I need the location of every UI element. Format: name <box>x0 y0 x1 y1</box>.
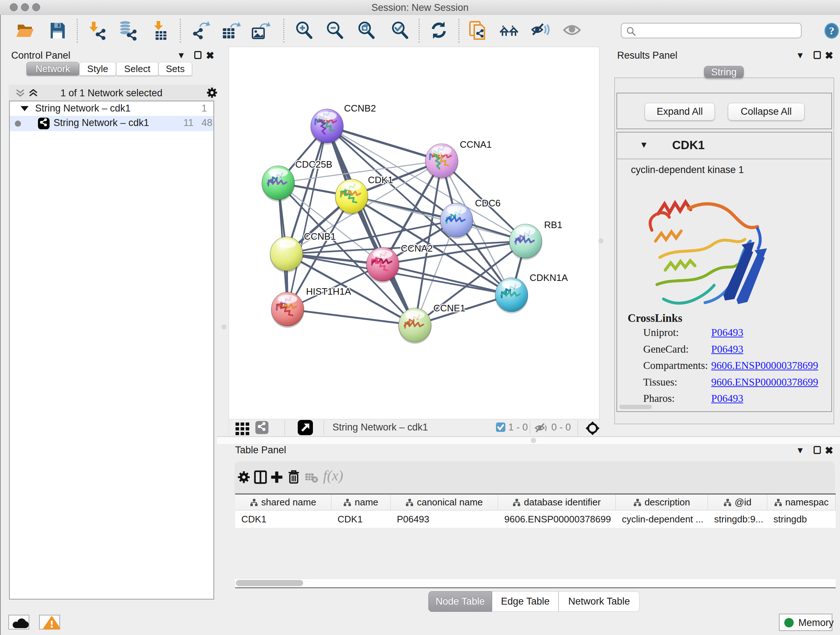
table-settings-gear-icon[interactable] <box>237 470 250 484</box>
column-header-name[interactable]: name <box>332 494 391 510</box>
left-splitter-handle[interactable] <box>221 325 226 329</box>
gene-collapse-icon[interactable]: ▼ <box>639 140 648 150</box>
crosslink-value[interactable]: P06493 <box>711 393 744 404</box>
refresh-icon[interactable] <box>429 20 449 41</box>
toolbar-separator <box>283 19 284 43</box>
export-network-icon[interactable] <box>191 20 212 41</box>
table-panel-maximize-icon[interactable] <box>813 446 821 454</box>
selected-nodes-checkbox[interactable] <box>496 423 505 432</box>
network-selection-status: 1 of 1 Network selected <box>9 88 214 99</box>
node-label-cdkn1a: CDKN1A <box>530 272 568 283</box>
column-header-database-identifier[interactable]: database identifier <box>498 494 616 510</box>
table-hscrollbar-thumb[interactable] <box>236 580 303 586</box>
network-row-selected[interactable]: String Network – cdk1 11 48 <box>10 116 213 131</box>
crosslink-value[interactable]: 9606.ENSP00000378699 <box>711 376 818 388</box>
search-box[interactable] <box>621 23 802 38</box>
tab-string[interactable]: String <box>704 66 744 78</box>
column-header-shared-name[interactable]: shared name <box>235 494 332 510</box>
open-in-window-icon[interactable] <box>298 420 313 435</box>
horizontal-splitter-handle[interactable] <box>531 438 536 443</box>
tab-sets[interactable]: Sets <box>158 62 192 76</box>
results-panel-float-icon[interactable]: ▼ <box>796 50 805 60</box>
memory-status-button[interactable]: Memory <box>779 614 832 631</box>
collapse-all-button[interactable]: Collapse All <box>728 103 805 120</box>
crosslink-value[interactable]: P06493 <box>711 343 744 355</box>
show-eye-icon <box>562 20 583 41</box>
network-edge[interactable] <box>287 309 415 325</box>
control-panel-maximize-icon[interactable] <box>194 51 202 59</box>
network-node-cdkn1a[interactable]: CDKN1A <box>495 272 568 314</box>
results-panel-close-icon[interactable]: ✖ <box>825 50 833 62</box>
delete-column-icon[interactable] <box>287 470 300 484</box>
zoom-selected-icon[interactable] <box>390 20 410 41</box>
tab-network[interactable]: Network <box>27 62 79 76</box>
tab-select[interactable]: Select <box>116 62 158 76</box>
gene-card-header[interactable]: ▼ CDK1 <box>617 133 831 159</box>
collection-expand-icon[interactable] <box>20 105 29 112</box>
network-view-icon[interactable] <box>256 421 268 434</box>
column-header-canonical-name[interactable]: canonical name <box>391 494 498 510</box>
crosslink-value[interactable]: 9606.ENSP00000378699 <box>711 359 818 371</box>
network-canvas[interactable]: CCNB2CCNA1CDC25BCDK1CDC6RB1CCNB1CCNA2CDK… <box>229 47 600 419</box>
network-node-ccna1[interactable]: CCNA1 <box>425 139 492 180</box>
network-collection-row[interactable]: String Network – cdk1 1 <box>10 101 213 116</box>
column-sort-icon <box>513 499 521 507</box>
network-edge[interactable] <box>327 126 442 161</box>
import-table-icon[interactable] <box>150 20 171 41</box>
zoom-in-icon[interactable] <box>294 20 314 41</box>
show-columns-icon[interactable] <box>254 470 267 484</box>
tab-network-table[interactable]: Network Table <box>559 591 639 612</box>
table-row[interactable]: CDK1CDK1P064939606.ENSP00000378699cyclin… <box>235 510 836 528</box>
crosslink-value[interactable]: P06493 <box>711 326 744 339</box>
horizontal-splitter[interactable] <box>217 436 840 445</box>
network-selection-bar: 1 of 1 Network selected <box>9 85 214 101</box>
control-panel-close-icon[interactable]: ✖ <box>206 50 214 62</box>
birds-eye-view-icon[interactable] <box>585 421 600 436</box>
hidden-counter: 0 - 0 <box>551 422 571 433</box>
column-header-namespac[interactable]: namespac <box>767 494 836 510</box>
column-header-description[interactable]: description <box>616 494 708 510</box>
cloud-icon <box>11 616 31 630</box>
gene-result-card: ▼ CDK1 cyclin-dependent kinase 1 <box>616 132 832 412</box>
gene-card-scrollbar[interactable] <box>619 405 652 409</box>
tab-style[interactable]: Style <box>79 62 116 76</box>
network-node-rb1[interactable]: RB1 <box>509 219 562 260</box>
save-session-icon[interactable] <box>47 20 68 41</box>
results-panel-maximize-icon[interactable] <box>813 51 821 59</box>
zoom-out-icon[interactable] <box>325 20 345 41</box>
table-cell: cyclin-dependent ... <box>616 510 708 528</box>
network-options-gear-icon[interactable] <box>206 87 218 98</box>
table-body: CDK1CDK1P064939606.ENSP00000378699cyclin… <box>235 510 836 528</box>
import-network-icon[interactable] <box>87 20 107 41</box>
right-splitter-handle[interactable] <box>598 238 603 243</box>
statusbar-divider <box>324 420 324 435</box>
column-header--id[interactable]: @id <box>708 494 767 510</box>
open-session-icon[interactable] <box>15 20 35 41</box>
hidden-items-eye-icon <box>535 423 548 433</box>
cloud-status-button[interactable] <box>8 615 29 630</box>
help-icon[interactable]: ? <box>824 22 839 39</box>
tab-edge-table[interactable]: Edge Table <box>492 591 559 612</box>
export-image-icon[interactable] <box>251 20 271 41</box>
table-hscrollbar-track[interactable] <box>235 578 836 587</box>
grid-view-icon[interactable] <box>235 422 251 436</box>
zoom-fit-icon[interactable] <box>356 20 376 41</box>
copy-network-icon[interactable] <box>468 20 488 41</box>
add-column-icon[interactable] <box>270 470 284 484</box>
network-edge[interactable] <box>287 126 327 309</box>
tab-node-table[interactable]: Node Table <box>428 591 492 612</box>
node-label-ccnb2: CCNB2 <box>344 103 376 114</box>
table-panel-close-icon[interactable]: ✖ <box>825 445 833 456</box>
home-networks-icon[interactable] <box>499 20 519 41</box>
crosslink-row: Uniprot:P06493 <box>617 326 820 341</box>
expand-all-button[interactable]: Expand All <box>645 103 715 120</box>
network-node-hist1h1a[interactable]: HIST1H1A <box>271 286 351 328</box>
table-panel-float-icon[interactable]: ▼ <box>796 445 805 455</box>
import-database-icon[interactable] <box>117 20 137 41</box>
control-panel-float-icon[interactable]: ▼ <box>177 50 186 60</box>
warning-status-button[interactable] <box>39 615 60 630</box>
hide-unhide-icon[interactable] <box>531 20 551 41</box>
search-input[interactable] <box>638 24 797 37</box>
collection-count: 1 <box>202 103 207 114</box>
export-table-icon[interactable] <box>221 20 242 41</box>
